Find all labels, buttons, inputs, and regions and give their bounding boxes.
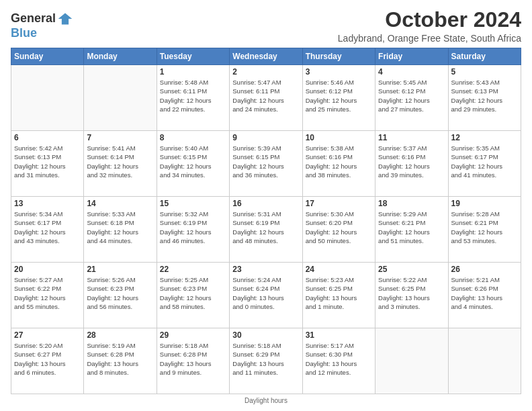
calendar-cell: 7Sunrise: 5:41 AM Sunset: 6:14 PM Daylig… — [84, 131, 157, 197]
calendar-cell — [448, 328, 521, 394]
day-number: 8 — [160, 133, 226, 142]
day-info: Sunrise: 5:48 AM Sunset: 6:11 PM Dayligh… — [160, 78, 226, 113]
calendar-cell — [11, 65, 84, 131]
day-info: Sunrise: 5:21 AM Sunset: 6:26 PM Dayligh… — [451, 275, 518, 311]
calendar-cell: 21Sunrise: 5:26 AM Sunset: 6:23 PM Dayli… — [84, 263, 157, 328]
calendar-cell: 17Sunrise: 5:30 AM Sunset: 6:20 PM Dayli… — [302, 197, 375, 263]
day-number: 5 — [451, 67, 518, 77]
day-number: 23 — [232, 265, 299, 274]
col-thursday: Thursday — [302, 48, 375, 65]
logo-text-blue: Blue — [11, 27, 73, 40]
day-number: 10 — [306, 133, 372, 142]
footer-note: Daylight hours — [11, 397, 521, 404]
calendar-cell: 31Sunrise: 5:17 AM Sunset: 6:30 PM Dayli… — [302, 328, 375, 394]
day-number: 24 — [306, 265, 372, 274]
day-number: 11 — [378, 133, 445, 142]
day-info: Sunrise: 5:32 AM Sunset: 6:19 PM Dayligh… — [160, 210, 226, 245]
day-info: Sunrise: 5:23 AM Sunset: 6:25 PM Dayligh… — [306, 275, 372, 311]
col-sunday: Sunday — [11, 48, 84, 65]
day-number: 30 — [232, 330, 299, 340]
day-number: 4 — [378, 67, 445, 77]
day-number: 19 — [451, 199, 518, 208]
calendar-cell: 11Sunrise: 5:37 AM Sunset: 6:16 PM Dayli… — [375, 131, 448, 197]
page: General Blue October 2024 Ladybrand, Ora… — [0, 0, 532, 411]
day-info: Sunrise: 5:25 AM Sunset: 6:23 PM Dayligh… — [160, 275, 226, 311]
day-info: Sunrise: 5:24 AM Sunset: 6:24 PM Dayligh… — [232, 275, 299, 311]
day-number: 1 — [160, 67, 226, 77]
day-number: 18 — [378, 199, 445, 208]
day-number: 13 — [14, 199, 81, 208]
day-number: 6 — [14, 133, 81, 142]
calendar-cell: 28Sunrise: 5:19 AM Sunset: 6:28 PM Dayli… — [84, 328, 157, 394]
header: General Blue October 2024 Ladybrand, Ora… — [11, 8, 521, 44]
calendar-cell: 1Sunrise: 5:48 AM Sunset: 6:11 PM Daylig… — [157, 65, 229, 131]
calendar-cell: 29Sunrise: 5:18 AM Sunset: 6:28 PM Dayli… — [157, 328, 229, 394]
calendar-cell: 12Sunrise: 5:35 AM Sunset: 6:17 PM Dayli… — [448, 131, 521, 197]
day-info: Sunrise: 5:29 AM Sunset: 6:21 PM Dayligh… — [378, 210, 445, 245]
day-number: 12 — [451, 133, 518, 142]
day-info: Sunrise: 5:46 AM Sunset: 6:12 PM Dayligh… — [306, 78, 372, 113]
day-number: 27 — [14, 330, 81, 340]
col-monday: Monday — [84, 48, 157, 65]
day-number: 2 — [232, 67, 299, 77]
day-info: Sunrise: 5:42 AM Sunset: 6:13 PM Dayligh… — [14, 144, 81, 179]
day-info: Sunrise: 5:41 AM Sunset: 6:14 PM Dayligh… — [87, 144, 153, 179]
day-info: Sunrise: 5:45 AM Sunset: 6:12 PM Dayligh… — [378, 78, 445, 113]
day-number: 7 — [87, 133, 153, 142]
day-number: 26 — [451, 265, 518, 274]
day-info: Sunrise: 5:47 AM Sunset: 6:11 PM Dayligh… — [232, 78, 299, 113]
day-info: Sunrise: 5:43 AM Sunset: 6:13 PM Dayligh… — [451, 78, 518, 113]
calendar-cell: 15Sunrise: 5:32 AM Sunset: 6:19 PM Dayli… — [157, 197, 229, 263]
day-info: Sunrise: 5:37 AM Sunset: 6:16 PM Dayligh… — [378, 144, 445, 179]
calendar-cell: 20Sunrise: 5:27 AM Sunset: 6:22 PM Dayli… — [11, 263, 84, 328]
day-number: 14 — [87, 199, 153, 208]
title-block: October 2024 Ladybrand, Orange Free Stat… — [338, 8, 521, 44]
day-info: Sunrise: 5:18 AM Sunset: 6:28 PM Dayligh… — [160, 341, 226, 377]
day-info: Sunrise: 5:30 AM Sunset: 6:20 PM Dayligh… — [306, 210, 372, 245]
calendar-cell: 4Sunrise: 5:45 AM Sunset: 6:12 PM Daylig… — [375, 65, 448, 131]
calendar-cell: 27Sunrise: 5:20 AM Sunset: 6:27 PM Dayli… — [11, 328, 84, 394]
col-saturday: Saturday — [448, 48, 521, 65]
calendar-cell — [84, 65, 157, 131]
logo-icon — [57, 11, 73, 27]
calendar-cell: 8Sunrise: 5:40 AM Sunset: 6:15 PM Daylig… — [157, 131, 229, 197]
calendar-cell: 2Sunrise: 5:47 AM Sunset: 6:11 PM Daylig… — [230, 65, 302, 131]
day-info: Sunrise: 5:33 AM Sunset: 6:18 PM Dayligh… — [87, 210, 153, 245]
day-info: Sunrise: 5:39 AM Sunset: 6:15 PM Dayligh… — [232, 144, 299, 179]
day-number: 25 — [378, 265, 445, 274]
calendar-cell: 23Sunrise: 5:24 AM Sunset: 6:24 PM Dayli… — [230, 263, 302, 328]
calendar-cell: 6Sunrise: 5:42 AM Sunset: 6:13 PM Daylig… — [11, 131, 84, 197]
day-info: Sunrise: 5:20 AM Sunset: 6:27 PM Dayligh… — [14, 341, 81, 377]
calendar-cell: 25Sunrise: 5:22 AM Sunset: 6:25 PM Dayli… — [375, 263, 448, 328]
day-number: 22 — [160, 265, 226, 274]
calendar-cell: 14Sunrise: 5:33 AM Sunset: 6:18 PM Dayli… — [84, 197, 157, 263]
day-info: Sunrise: 5:19 AM Sunset: 6:28 PM Dayligh… — [87, 341, 153, 377]
day-info: Sunrise: 5:18 AM Sunset: 6:29 PM Dayligh… — [232, 341, 299, 377]
day-number: 16 — [232, 199, 299, 208]
day-number: 20 — [14, 265, 81, 274]
day-info: Sunrise: 5:38 AM Sunset: 6:16 PM Dayligh… — [306, 144, 372, 179]
day-info: Sunrise: 5:34 AM Sunset: 6:17 PM Dayligh… — [14, 210, 81, 245]
week-row-1: 1Sunrise: 5:48 AM Sunset: 6:11 PM Daylig… — [11, 65, 521, 131]
day-number: 3 — [306, 67, 372, 77]
col-friday: Friday — [375, 48, 448, 65]
calendar-cell — [375, 328, 448, 394]
day-info: Sunrise: 5:35 AM Sunset: 6:17 PM Dayligh… — [451, 144, 518, 179]
day-info: Sunrise: 5:27 AM Sunset: 6:22 PM Dayligh… — [14, 275, 81, 311]
week-row-2: 6Sunrise: 5:42 AM Sunset: 6:13 PM Daylig… — [11, 131, 521, 197]
week-row-5: 27Sunrise: 5:20 AM Sunset: 6:27 PM Dayli… — [11, 328, 521, 394]
day-info: Sunrise: 5:40 AM Sunset: 6:15 PM Dayligh… — [160, 144, 226, 179]
col-tuesday: Tuesday — [157, 48, 229, 65]
day-info: Sunrise: 5:22 AM Sunset: 6:25 PM Dayligh… — [378, 275, 445, 311]
logo-text-general: General — [11, 12, 56, 26]
day-number: 21 — [87, 265, 153, 274]
calendar-cell: 13Sunrise: 5:34 AM Sunset: 6:17 PM Dayli… — [11, 197, 84, 263]
calendar-cell: 5Sunrise: 5:43 AM Sunset: 6:13 PM Daylig… — [448, 65, 521, 131]
calendar-cell: 19Sunrise: 5:28 AM Sunset: 6:21 PM Dayli… — [448, 197, 521, 263]
calendar-cell: 9Sunrise: 5:39 AM Sunset: 6:15 PM Daylig… — [230, 131, 302, 197]
day-number: 15 — [160, 199, 226, 208]
day-info: Sunrise: 5:31 AM Sunset: 6:19 PM Dayligh… — [232, 210, 299, 245]
week-row-4: 20Sunrise: 5:27 AM Sunset: 6:22 PM Dayli… — [11, 263, 521, 328]
day-number: 9 — [232, 133, 299, 142]
calendar-cell: 24Sunrise: 5:23 AM Sunset: 6:25 PM Dayli… — [302, 263, 375, 328]
